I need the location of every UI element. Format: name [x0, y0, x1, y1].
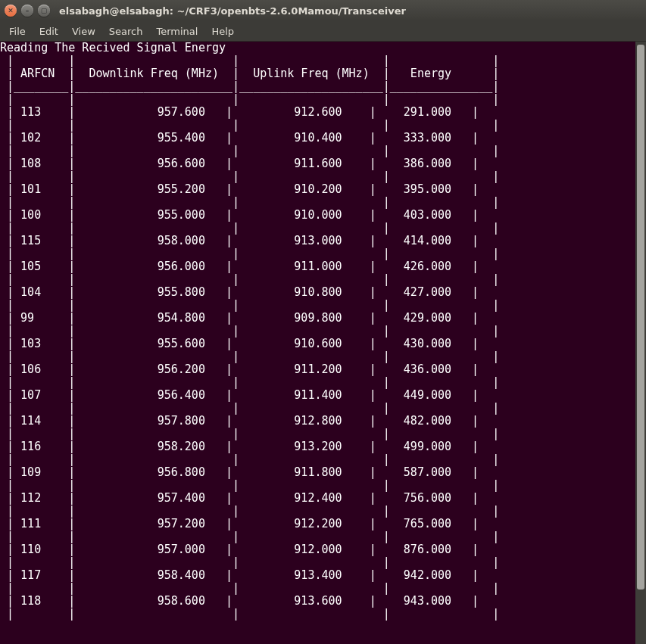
- scrollbar[interactable]: [635, 42, 646, 644]
- titlebar[interactable]: ✕ – ▢ elsabagh@elsabagh: ~/CRF3/openbts-…: [0, 0, 646, 21]
- menubar: File Edit View Search Terminal Help: [0, 21, 646, 42]
- menu-view[interactable]: View: [66, 23, 101, 39]
- menu-help[interactable]: Help: [205, 23, 240, 39]
- minimize-button[interactable]: –: [21, 5, 33, 17]
- scrollbar-thumb[interactable]: [637, 45, 644, 590]
- menu-terminal[interactable]: Terminal: [150, 23, 204, 39]
- window-title: elsabagh@elsabagh: ~/CRF3/openbts-2.6.0M…: [59, 5, 406, 17]
- menu-search[interactable]: Search: [103, 23, 149, 39]
- maximize-button[interactable]: ▢: [38, 5, 50, 17]
- menu-file[interactable]: File: [3, 23, 32, 39]
- menu-edit[interactable]: Edit: [33, 23, 64, 39]
- terminal-output[interactable]: Reading The Recived Signal Energy | | | …: [0, 42, 635, 644]
- close-button[interactable]: ✕: [5, 5, 17, 17]
- terminal-area: Reading The Recived Signal Energy | | | …: [0, 42, 646, 644]
- terminal-window: ✕ – ▢ elsabagh@elsabagh: ~/CRF3/openbts-…: [0, 0, 646, 644]
